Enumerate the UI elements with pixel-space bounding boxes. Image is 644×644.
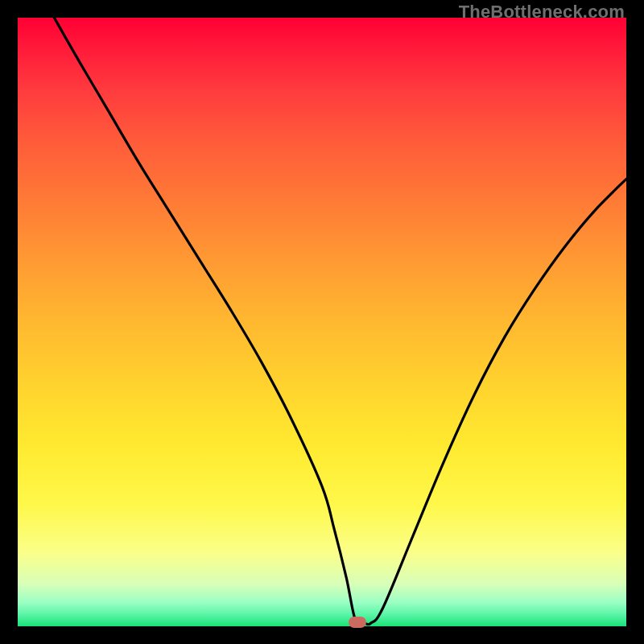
bottleneck-curve-path (54, 18, 626, 625)
plot-area (18, 18, 626, 626)
curve-svg (18, 18, 626, 626)
chart-container: TheBottleneck.com (0, 0, 644, 644)
min-marker (349, 617, 366, 628)
